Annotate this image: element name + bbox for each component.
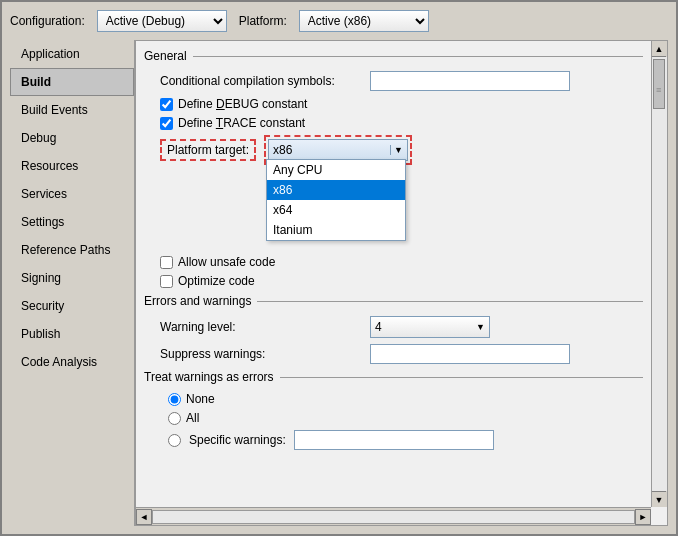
configuration-label: Configuration: [10, 14, 85, 28]
none-radio[interactable] [168, 393, 181, 406]
sidebar-item-settings[interactable]: Settings [10, 208, 134, 236]
suppress-warnings-row: Suppress warnings: [144, 344, 643, 364]
platform-dropdown-wrapper: x86 ▼ Any CPU x86 x64 Itanium [264, 135, 412, 165]
warning-level-row: Warning level: 4 ▼ [144, 316, 643, 338]
sidebar-item-build-events[interactable]: Build Events [10, 96, 134, 124]
optimize-code-row: Optimize code [144, 274, 643, 288]
errors-warnings-section-label: Errors and warnings [144, 294, 251, 308]
all-radio[interactable] [168, 412, 181, 425]
sidebar-item-reference-paths[interactable]: Reference Paths [10, 236, 134, 264]
platform-option-x64[interactable]: x64 [267, 200, 405, 220]
conditional-compilation-input[interactable] [370, 71, 570, 91]
sidebar-item-resources[interactable]: Resources [10, 152, 134, 180]
content-area: General Conditional compilation symbols:… [136, 41, 667, 525]
scroll-grip-icon: ≡ [656, 85, 661, 95]
warning-level-select-display[interactable]: 4 ▼ [370, 316, 490, 338]
allow-unsafe-label: Allow unsafe code [178, 255, 275, 269]
errors-warnings-section-header: Errors and warnings [144, 294, 643, 308]
sidebar-item-security[interactable]: Security [10, 292, 134, 320]
sidebar-item-signing[interactable]: Signing [10, 264, 134, 292]
treat-warnings-section-label: Treat warnings as errors [144, 370, 274, 384]
sidebar-item-debug[interactable]: Debug [10, 124, 134, 152]
right-panel: General Conditional compilation symbols:… [135, 40, 668, 526]
sidebar-item-code-analysis[interactable]: Code Analysis [10, 348, 134, 376]
specific-warnings-row: Specific warnings: [144, 430, 643, 450]
configuration-select[interactable]: Active (Debug) [97, 10, 227, 32]
warning-level-arrow-icon: ▼ [476, 322, 485, 332]
all-radio-label: All [186, 411, 199, 425]
conditional-compilation-label: Conditional compilation symbols: [160, 74, 370, 88]
platform-dropdown-arrow-icon: ▼ [390, 145, 403, 155]
platform-target-row: Platform target: x86 ▼ Any CPU x86 x64 I… [144, 135, 643, 165]
platform-target-selected-value: x86 [273, 143, 390, 157]
specific-warnings-label: Specific warnings: [189, 433, 286, 447]
warning-level-value: 4 [375, 320, 476, 334]
platform-dropdown-open: Any CPU x86 x64 Itanium [266, 159, 406, 241]
platform-option-itanium[interactable]: Itanium [267, 220, 405, 240]
platform-option-any-cpu[interactable]: Any CPU [267, 160, 405, 180]
allow-unsafe-row: Allow unsafe code [144, 255, 643, 269]
horizontal-scrollbar: ◄ ► [136, 507, 651, 525]
scroll-down-button[interactable]: ▼ [652, 491, 666, 507]
define-trace-checkbox[interactable] [160, 117, 173, 130]
general-section-label: General [144, 49, 187, 63]
sidebar-item-build[interactable]: Build [10, 68, 134, 96]
sidebar-item-publish[interactable]: Publish [10, 320, 134, 348]
allow-unsafe-checkbox[interactable] [160, 256, 173, 269]
platform-select[interactable]: Active (x86) [299, 10, 429, 32]
none-radio-label: None [186, 392, 215, 406]
scroll-track: ≡ [652, 57, 667, 491]
scroll-left-button[interactable]: ◄ [136, 509, 152, 525]
treat-warnings-section-header: Treat warnings as errors [144, 370, 643, 384]
define-debug-label: Define DEBUG constant [178, 97, 307, 111]
define-debug-checkbox[interactable] [160, 98, 173, 111]
all-radio-row: All [144, 411, 643, 425]
suppress-warnings-label: Suppress warnings: [160, 347, 370, 361]
main-window: Configuration: Active (Debug) Platform: … [0, 0, 678, 536]
platform-target-label-dashed: Platform target: [160, 139, 256, 161]
specific-warnings-input[interactable] [294, 430, 494, 450]
horizontal-scroll-track [152, 510, 635, 524]
define-trace-row: Define TRACE constant [144, 116, 643, 130]
general-section-header: General [144, 49, 643, 63]
sidebar-item-services[interactable]: Services [10, 180, 134, 208]
sidebar: Application Build Build Events Debug Res… [10, 40, 135, 526]
platform-target-label: Platform target: [167, 143, 249, 157]
conditional-compilation-row: Conditional compilation symbols: [144, 71, 643, 91]
scroll-thumb[interactable] [653, 59, 665, 109]
warning-level-label: Warning level: [160, 320, 370, 334]
sidebar-item-application[interactable]: Application [10, 40, 134, 68]
suppress-warnings-input[interactable] [370, 344, 570, 364]
optimize-code-label: Optimize code [178, 274, 255, 288]
platform-target-select-display[interactable]: x86 ▼ [268, 139, 408, 161]
define-debug-row: Define DEBUG constant [144, 97, 643, 111]
main-layout: Application Build Build Events Debug Res… [10, 40, 668, 526]
platform-option-x86[interactable]: x86 [267, 180, 405, 200]
scroll-up-button[interactable]: ▲ [652, 41, 666, 57]
vertical-scrollbar: ▲ ≡ ▼ [651, 41, 667, 507]
scroll-right-button[interactable]: ► [635, 509, 651, 525]
config-bar: Configuration: Active (Debug) Platform: … [10, 10, 668, 32]
optimize-code-checkbox[interactable] [160, 275, 173, 288]
define-trace-label: Define TRACE constant [178, 116, 305, 130]
none-radio-row: None [144, 392, 643, 406]
platform-label: Platform: [239, 14, 287, 28]
specific-radio[interactable] [168, 434, 181, 447]
